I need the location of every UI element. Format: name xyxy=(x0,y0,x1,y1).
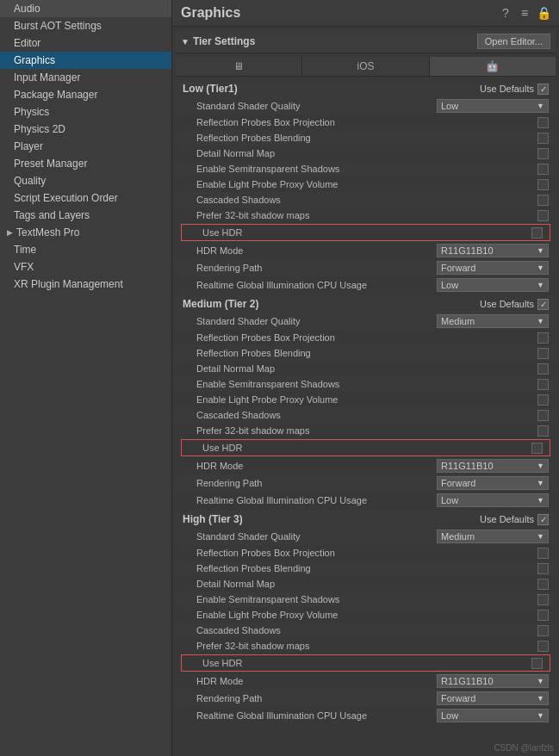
use-defaults-checkbox-high[interactable] xyxy=(537,514,549,525)
tab-ios[interactable]: iOS xyxy=(302,57,429,76)
table-row: Standard Shader Quality Medium ▼ xyxy=(176,528,556,545)
enable-light-probe-proxy-volume-checkbox-low[interactable] xyxy=(537,179,549,190)
tier-settings-label: Tier Settings xyxy=(193,35,255,47)
enable-semitransparent-shadows-checkbox-high[interactable] xyxy=(537,594,549,605)
tier-settings-title: ▼ Tier Settings xyxy=(181,35,255,47)
rendering-path-dropdown-low[interactable]: Forward ▼ xyxy=(437,261,549,275)
lock-icon[interactable]: 🔒 xyxy=(537,6,550,20)
realtime-gi-dropdown-high[interactable]: Low ▼ xyxy=(437,709,549,722)
realtime-gi-label-low: Realtime Global Illumination CPU Usage xyxy=(196,280,437,290)
sidebar-item-graphics[interactable]: Graphics xyxy=(0,52,171,69)
sidebar-item-audio[interactable]: Audio xyxy=(0,0,171,17)
sidebar-item-input-manager[interactable]: Input Manager xyxy=(0,69,171,86)
table-row: Reflection Probes Blending xyxy=(176,345,556,361)
realtime-gi-dropdown-med[interactable]: Low ▼ xyxy=(437,493,549,507)
chevron-down-icon: ▼ xyxy=(537,694,544,703)
cascaded-shadows-checkbox-med[interactable] xyxy=(537,410,549,421)
tab-desktop[interactable]: 🖥 xyxy=(176,57,302,76)
detail-normal-map-label-high: Detail Normal Map xyxy=(196,579,537,589)
chevron-down-icon: ▼ xyxy=(537,532,544,541)
use-hdr-checkbox-high[interactable] xyxy=(531,658,543,669)
table-row: Prefer 32-bit shadow maps xyxy=(176,638,556,654)
table-row: Reflection Probes Box Projection xyxy=(176,330,556,345)
hdr-mode-dropdown-med[interactable]: R11G11B10 ▼ xyxy=(437,459,549,473)
table-row: Rendering Path Forward ▼ xyxy=(176,259,556,276)
sidebar-item-quality[interactable]: Quality xyxy=(0,172,171,189)
enable-semitransparent-shadows-checkbox-med[interactable] xyxy=(537,379,549,390)
sidebar-item-physics-2d[interactable]: Physics 2D xyxy=(0,121,171,138)
open-editor-button[interactable]: Open Editor... xyxy=(477,34,550,49)
use-defaults-checkbox-medium[interactable] xyxy=(537,299,549,310)
sidebar-item-xr-plugin[interactable]: XR Plugin Management xyxy=(0,276,171,293)
sidebar-item-label: Player xyxy=(14,140,43,152)
enable-light-probe-proxy-volume-checkbox-med[interactable] xyxy=(537,394,549,406)
table-row: Prefer 32-bit shadow maps xyxy=(176,423,556,438)
reflection-probes-box-label-high: Reflection Probes Box Projection xyxy=(196,548,537,558)
detail-normal-map-checkbox-low[interactable] xyxy=(537,148,549,159)
table-row: HDR Mode R11G11B10 ▼ xyxy=(176,672,556,690)
table-row: Enable Semitransparent Shadows xyxy=(176,376,556,392)
reflection-probes-blending-label-high: Reflection Probes Blending xyxy=(196,563,537,573)
reflection-probes-blending-checkbox-low[interactable] xyxy=(537,133,549,144)
detail-normal-map-checkbox-high[interactable] xyxy=(537,579,549,590)
reflection-probes-box-checkbox-med[interactable] xyxy=(537,332,549,344)
sidebar-item-package-manager[interactable]: Package Manager xyxy=(0,86,171,103)
sidebar-item-preset-manager[interactable]: Preset Manager xyxy=(0,155,171,172)
sidebar-item-label: Burst AOT Settings xyxy=(14,20,102,32)
arrow-right-icon: ▶ xyxy=(7,228,13,237)
rendering-path-label-low: Rendering Path xyxy=(196,263,437,273)
tier-medium-block: Medium (Tier 2) Use Defaults Standard Sh… xyxy=(176,295,556,509)
sidebar-item-editor[interactable]: Editor xyxy=(0,34,171,52)
rendering-path-dropdown-med[interactable]: Forward ▼ xyxy=(437,476,549,490)
sidebar-item-time[interactable]: Time xyxy=(0,241,171,258)
platform-tabs: 🖥 iOS 🤖 xyxy=(176,57,556,77)
standard-shader-quality-dropdown-high[interactable]: Medium ▼ xyxy=(437,530,549,543)
tier-medium-defaults: Use Defaults xyxy=(480,299,549,310)
standard-shader-quality-dropdown-low[interactable]: Low ▼ xyxy=(437,99,549,113)
sidebar-item-script-execution-order[interactable]: Script Execution Order xyxy=(0,189,171,207)
hdr-mode-label-med: HDR Mode xyxy=(196,461,437,471)
table-row: Cascaded Shadows xyxy=(176,623,556,638)
prefer-32bit-shadow-maps-checkbox-med[interactable] xyxy=(537,425,549,437)
hdr-mode-dropdown-high[interactable]: R11G11B10 ▼ xyxy=(437,674,549,688)
reflection-probes-box-checkbox-low[interactable] xyxy=(537,117,549,128)
use-defaults-checkbox-low[interactable] xyxy=(537,84,549,95)
prefer-32bit-shadow-maps-checkbox-high[interactable] xyxy=(537,641,549,652)
watermark: CSDN @lanfzls xyxy=(494,743,554,753)
tier-low-block: Low (Tier1) Use Defaults Standard Shader… xyxy=(176,80,556,294)
chevron-down-icon: ▼ xyxy=(537,281,544,289)
table-row: Standard Shader Quality Medium ▼ xyxy=(176,313,556,330)
chevron-down-icon: ▼ xyxy=(537,462,544,470)
sidebar-item-tags-and-layers[interactable]: Tags and Layers xyxy=(0,207,171,224)
enable-semitransparent-shadows-checkbox-low[interactable] xyxy=(537,164,549,175)
hdr-mode-label-high: HDR Mode xyxy=(196,676,437,686)
use-hdr-checkbox-low[interactable] xyxy=(531,227,543,239)
enable-semitransparent-shadows-label-high: Enable Semitransparent Shadows xyxy=(196,594,537,604)
prefer-32bit-shadow-maps-checkbox-low[interactable] xyxy=(537,210,549,221)
use-hdr-label-med: Use HDR xyxy=(202,443,531,453)
use-hdr-checkbox-med[interactable] xyxy=(531,443,543,454)
reflection-probes-blending-checkbox-med[interactable] xyxy=(537,348,549,359)
header-icons: ? ≡ 🔒 xyxy=(499,6,550,20)
tab-android[interactable]: 🤖 xyxy=(430,57,556,76)
detail-normal-map-label-med: Detail Normal Map xyxy=(196,363,537,374)
sidebar-item-player[interactable]: Player xyxy=(0,138,171,155)
hdr-mode-dropdown-low[interactable]: R11G11B10 ▼ xyxy=(437,244,549,257)
enable-light-probe-proxy-volume-checkbox-high[interactable] xyxy=(537,610,549,621)
rendering-path-dropdown-high[interactable]: Forward ▼ xyxy=(437,691,549,705)
sidebar-item-vfx[interactable]: VFX xyxy=(0,258,171,276)
sidebar-item-burst-aot[interactable]: Burst AOT Settings xyxy=(0,17,171,34)
sidebar-item-label: VFX xyxy=(14,261,34,273)
sidebar-item-physics[interactable]: Physics xyxy=(0,103,171,121)
detail-normal-map-checkbox-med[interactable] xyxy=(537,363,549,375)
reflection-probes-box-checkbox-high[interactable] xyxy=(537,548,549,559)
standard-shader-quality-dropdown-med[interactable]: Medium ▼ xyxy=(437,314,549,328)
help-icon[interactable]: ? xyxy=(499,6,512,20)
cascaded-shadows-checkbox-high[interactable] xyxy=(537,625,549,636)
realtime-gi-dropdown-low[interactable]: Low ▼ xyxy=(437,278,549,292)
table-row: Detail Normal Map xyxy=(176,361,556,376)
sidebar-item-textmesh-pro[interactable]: ▶ TextMesh Pro xyxy=(0,224,171,241)
menu-icon[interactable]: ≡ xyxy=(518,6,531,20)
reflection-probes-blending-checkbox-high[interactable] xyxy=(537,563,549,574)
cascaded-shadows-checkbox-low[interactable] xyxy=(537,195,549,206)
